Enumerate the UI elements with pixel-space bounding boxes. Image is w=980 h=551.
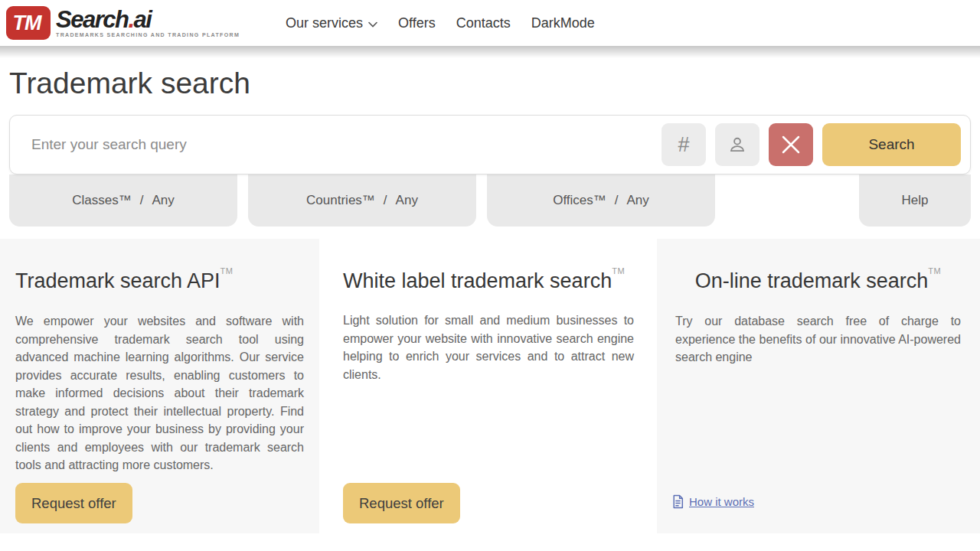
hash-filter-button[interactable]: # bbox=[662, 123, 706, 166]
filter-name: Offices™ bbox=[553, 193, 606, 207]
filter-classes-button[interactable]: Classes™/Any bbox=[9, 174, 237, 227]
search-input[interactable] bbox=[10, 116, 662, 174]
card-title: White label trademark searchTM bbox=[343, 257, 634, 295]
tm-superscript: TM bbox=[928, 266, 941, 276]
nav-label: Contacts bbox=[456, 15, 511, 31]
how-it-works-link[interactable]: How it works bbox=[671, 494, 754, 509]
page-title: Trademark search bbox=[9, 67, 250, 100]
card-title: Trademark search APITM bbox=[15, 257, 304, 295]
brand-tagline: TRADEMARKS SEARCHING AND TRADING PLATFOR… bbox=[56, 32, 240, 37]
card-content: White label trademark searchTM Light sol… bbox=[319, 239, 657, 383]
nav-label: DarkMode bbox=[531, 15, 595, 31]
nav-label: Offers bbox=[398, 15, 436, 31]
filter-value: Any bbox=[396, 193, 418, 207]
search-bar: # Search bbox=[9, 115, 971, 174]
filter-value: Any bbox=[152, 193, 174, 207]
card-body: We empower your websites and software wi… bbox=[15, 312, 304, 474]
card-title-text: White label trademark search bbox=[343, 269, 612, 292]
card-online-search: On-line trademark searchTM Try our datab… bbox=[657, 239, 980, 533]
request-offer-button[interactable]: Request offer bbox=[15, 483, 132, 523]
filter-countries-button[interactable]: Countries™/Any bbox=[248, 174, 476, 227]
person-icon bbox=[727, 135, 747, 155]
card-white-label-search: White label trademark searchTM Light sol… bbox=[319, 239, 657, 533]
help-button[interactable]: Help bbox=[859, 174, 971, 227]
x-icon bbox=[779, 133, 802, 156]
card-trademark-search-api: Trademark search APITM We empower your w… bbox=[0, 239, 319, 533]
tm-superscript: TM bbox=[612, 266, 625, 276]
nav-item-offers[interactable]: Offers bbox=[398, 15, 436, 31]
card-content: On-line trademark searchTM Try our datab… bbox=[657, 239, 980, 367]
card-title-text: Trademark search API bbox=[15, 269, 220, 292]
card-body: Light solution for small and medium busi… bbox=[343, 311, 634, 383]
brand-badge-icon: TM bbox=[6, 6, 51, 40]
brand-text: Search.ai TRADEMARKS SEARCHING AND TRADI… bbox=[56, 8, 240, 37]
filter-separator: / bbox=[384, 193, 387, 207]
clear-search-button[interactable] bbox=[769, 123, 813, 166]
search-button[interactable]: Search bbox=[822, 123, 961, 166]
brand-name-main: Search bbox=[56, 6, 128, 33]
filter-value: Any bbox=[627, 193, 649, 207]
person-filter-button[interactable] bbox=[715, 123, 760, 166]
request-offer-button[interactable]: Request offer bbox=[343, 483, 460, 523]
how-it-works-label: How it works bbox=[689, 495, 754, 508]
filter-separator: / bbox=[140, 193, 144, 207]
filter-offices-button[interactable]: Offices™/Any bbox=[487, 174, 715, 227]
nav-item-darkmode[interactable]: DarkMode bbox=[531, 15, 595, 31]
tm-superscript: TM bbox=[220, 266, 234, 276]
chevron-down-icon bbox=[368, 21, 377, 28]
card-body: Try our database search free of charge t… bbox=[675, 312, 961, 367]
filter-name: Countries™ bbox=[306, 193, 375, 207]
main-nav: Our services Offers Contacts DarkMode bbox=[286, 15, 595, 31]
brand-badge-text: TM bbox=[13, 11, 44, 35]
header: TM Search.ai TRADEMARKS SEARCHING AND TR… bbox=[0, 0, 980, 46]
card-content: Trademark search APITM We empower your w… bbox=[0, 239, 319, 474]
document-icon bbox=[671, 494, 684, 509]
nav-item-our-services[interactable]: Our services bbox=[286, 15, 377, 31]
hash-icon: # bbox=[678, 133, 689, 157]
nav-label: Our services bbox=[286, 15, 363, 31]
brand-name-suffix: ai bbox=[134, 6, 152, 33]
filter-separator: / bbox=[615, 193, 619, 207]
brand-logo[interactable]: TM Search.ai TRADEMARKS SEARCHING AND TR… bbox=[6, 6, 240, 40]
filter-name: Classes™ bbox=[72, 193, 131, 207]
header-shadow bbox=[0, 46, 980, 58]
nav-item-contacts[interactable]: Contacts bbox=[456, 15, 511, 31]
brand-name: Search.ai bbox=[56, 8, 240, 31]
card-title-text: On-line trademark search bbox=[695, 269, 929, 292]
card-title: On-line trademark searchTM bbox=[675, 257, 961, 295]
page: TM Search.ai TRADEMARKS SEARCHING AND TR… bbox=[0, 0, 980, 551]
brand-name-dot: . bbox=[128, 6, 133, 33]
